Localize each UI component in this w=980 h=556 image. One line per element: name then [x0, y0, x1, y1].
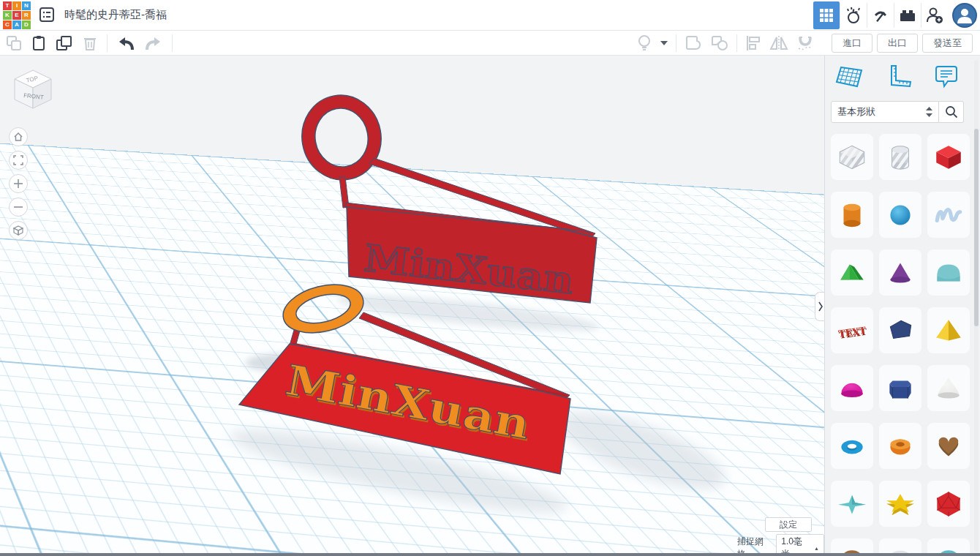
- shape-category-value: 基本形狀: [837, 105, 875, 119]
- ungroup-button[interactable]: [710, 34, 729, 52]
- shape-heart-icon: [932, 431, 965, 462]
- undo-button[interactable]: [116, 35, 135, 51]
- dashboard-grid-button[interactable]: [813, 1, 840, 29]
- shape-cylinder-icon: [835, 200, 869, 230]
- design-menu-button[interactable]: [38, 7, 56, 24]
- io-buttons: 進口 出口 發送至: [832, 31, 973, 55]
- shape-tile-torus[interactable]: [831, 423, 873, 469]
- divider: [736, 34, 737, 52]
- shape-category-select[interactable]: 基本形狀: [831, 101, 939, 123]
- plus-icon: [13, 179, 23, 189]
- paste-icon: [31, 35, 47, 51]
- scene-objects: MinXuan MinXuan MinXuan: [0, 56, 825, 556]
- export-button[interactable]: 出口: [877, 34, 918, 53]
- shape-tile-tube[interactable]: [879, 423, 921, 469]
- logo-tile-n: N: [22, 1, 31, 10]
- shape-tile-box[interactable]: [927, 134, 970, 180]
- shape-tile-polygon[interactable]: [879, 307, 921, 353]
- shape-tile-star-5[interactable]: [879, 481, 921, 527]
- panel-scrollbar-thumb[interactable]: [974, 129, 979, 326]
- shape-tile-paraboloid[interactable]: [927, 365, 970, 411]
- ungroup-icon: [710, 34, 729, 52]
- shape-tile-hole-cylinder[interactable]: [879, 134, 921, 180]
- shape-tile-roof[interactable]: [831, 249, 873, 296]
- shape-grid: TEXTTEXT: [831, 134, 970, 556]
- shape-tile-pyramid[interactable]: [927, 307, 970, 353]
- align-button[interactable]: [745, 34, 762, 52]
- shape-tile-hole-box[interactable]: [831, 134, 873, 180]
- logo-tile-d: D: [22, 20, 31, 29]
- copy-button[interactable]: [6, 35, 22, 51]
- shape-tile-scribble[interactable]: [927, 192, 970, 238]
- duplicate-button[interactable]: [56, 34, 73, 52]
- mirror-button[interactable]: [769, 34, 788, 52]
- add-person-icon: [925, 6, 944, 25]
- shape-tile-star-4[interactable]: [831, 481, 873, 527]
- zoom-in-button[interactable]: [9, 174, 28, 193]
- shapes-panel: 基本形狀 TEXTTEXT: [825, 56, 980, 556]
- send-to-button[interactable]: 發送至: [922, 34, 973, 53]
- shape-tile-heart[interactable]: [927, 423, 970, 469]
- import-button[interactable]: 進口: [832, 34, 872, 53]
- sign-top-ring: [295, 89, 388, 187]
- zoom-out-button[interactable]: [9, 198, 28, 217]
- snap-magnet-button[interactable]: [796, 34, 815, 52]
- material-button[interactable]: [636, 34, 652, 52]
- header-actions: [813, 0, 980, 31]
- select-arrows-icon: [926, 107, 932, 117]
- minecraft-export-button[interactable]: [867, 1, 894, 29]
- material-dropdown-button[interactable]: [660, 40, 668, 46]
- shape-tile-prism[interactable]: [879, 365, 921, 411]
- shape-scribble-icon: [932, 200, 965, 230]
- shape-icosahedron-icon: [932, 489, 965, 519]
- redo-arrow-icon: [144, 35, 163, 51]
- search-shapes-button[interactable]: [939, 101, 964, 123]
- sim-lab-button[interactable]: [840, 1, 867, 29]
- fit-view-button[interactable]: [9, 151, 28, 170]
- delete-button[interactable]: [82, 35, 98, 51]
- header: TINKERCAD 時髦的史丹蒂亞-喬福: [0, 0, 980, 31]
- shape-tile-round-roof[interactable]: [927, 249, 970, 296]
- edit-tools: [6, 31, 173, 55]
- ruler-tool-button[interactable]: [884, 63, 913, 94]
- paste-button[interactable]: [31, 35, 47, 51]
- brick-export-button[interactable]: [894, 1, 921, 29]
- home-view-button[interactable]: [9, 127, 28, 146]
- collaborate-button[interactable]: [921, 1, 948, 29]
- tinkercad-logo[interactable]: TINKERCAD: [3, 1, 31, 29]
- group-button[interactable]: [684, 34, 703, 52]
- perspective-toggle-button[interactable]: [9, 221, 28, 240]
- user-avatar[interactable]: [952, 3, 977, 28]
- shape-star-4-icon: [835, 489, 869, 519]
- logo-tile-c: C: [3, 20, 12, 29]
- workplane-tool-button[interactable]: [834, 63, 866, 94]
- grid-settings-button[interactable]: 設定: [765, 517, 812, 532]
- notes-tool-button[interactable]: [932, 63, 961, 94]
- mirror-icon: [769, 34, 788, 52]
- view-cube[interactable]: TOP FRONT: [10, 67, 56, 113]
- undo-arrow-icon: [116, 35, 135, 51]
- bottom-strip: [0, 553, 980, 556]
- shape-half-sphere-icon: [835, 373, 869, 404]
- shape-tile-cone[interactable]: [879, 249, 921, 296]
- shadow: [551, 397, 734, 504]
- logo-tile-k: K: [3, 11, 12, 20]
- 3d-viewport[interactable]: MinXuan MinXuan MinXuan TOP: [0, 56, 825, 556]
- shape-round-roof-icon: [932, 258, 965, 288]
- sign-top[interactable]: MinXuan: [295, 89, 597, 303]
- notes-icon: [933, 64, 960, 91]
- home-icon: [13, 132, 23, 142]
- shape-hole-cylinder-icon: [883, 142, 917, 173]
- panel-collapse-handle[interactable]: [815, 292, 825, 321]
- minus-icon: [13, 202, 23, 212]
- shape-tile-half-sphere[interactable]: [831, 365, 873, 411]
- chevron-right-icon: [818, 301, 823, 312]
- lego-brick-icon: [899, 7, 916, 24]
- shape-tile-text[interactable]: TEXTTEXT: [831, 307, 873, 353]
- shape-tile-icosahedron[interactable]: [927, 481, 970, 527]
- shape-tile-cylinder[interactable]: [831, 192, 873, 238]
- trash-icon: [82, 35, 98, 51]
- redo-button[interactable]: [144, 35, 163, 51]
- shape-tile-sphere[interactable]: [879, 192, 921, 238]
- pickaxe-icon: [872, 7, 889, 24]
